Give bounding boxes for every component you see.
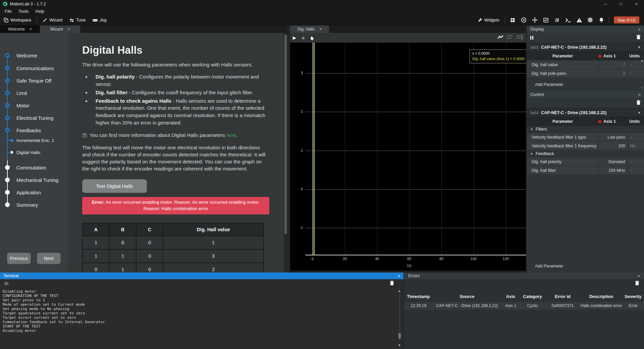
hall-col-header: A [83, 223, 109, 236]
sidebar-item-welcome[interactable]: Welcome [0, 52, 68, 59]
sidebar-item-safe-torque-off[interactable]: Safe Torque Off [0, 77, 68, 84]
control-param-row[interactable]: Dig. hall polarityStandard- [527, 157, 644, 166]
errors-cell: Cyclic [520, 303, 545, 308]
wizard-button[interactable]: Wizard [39, 15, 66, 25]
y-axis-line [313, 43, 313, 255]
param-value[interactable]: 100 [598, 142, 628, 150]
previous-button[interactable]: Previous [7, 253, 31, 264]
next-button[interactable]: Next [37, 253, 61, 264]
chart-plot[interactable]: x = 0.0000 Dig. hall value (Axis 1) = 0.… [290, 43, 526, 270]
sidebar-item-mechanical-tuning[interactable]: Mechanical Tuning [0, 177, 68, 183]
intro-paragraph: The drive will use the following paramet… [82, 61, 267, 68]
terminal-icon[interactable] [562, 15, 574, 25]
display-add-parameter[interactable]: Add Parameter [535, 82, 644, 87]
split-trace-icon[interactable] [516, 35, 523, 41]
bell-icon[interactable] [596, 15, 607, 25]
tab-welcome[interactable]: Welcome × [0, 26, 40, 33]
workspace-label: Workspace [10, 18, 31, 22]
terminal-scrollbar[interactable]: ▲ ▼ [397, 289, 401, 347]
control-param-row[interactable]: Velocity feedback filter 1 frequency100H… [527, 142, 644, 150]
param-group-feedback[interactable]: ▼Feedback [527, 150, 644, 157]
here-link[interactable]: here [226, 132, 236, 138]
control-device-selector[interactable]: 0x01 CAP-NET-C - Drive (192.168.2.22) ▼ [527, 108, 644, 117]
tab-close-icon[interactable]: × [319, 27, 322, 32]
single-trace-icon[interactable] [497, 35, 504, 41]
multi-trace-icon[interactable] [506, 35, 513, 41]
sidebar-item-application[interactable]: Application [0, 189, 68, 196]
close-icon[interactable]: × [637, 273, 640, 279]
tab-close-icon[interactable]: × [30, 27, 32, 32]
device-name: CAP-NET-C - Drive (192.168.2.22) [541, 45, 606, 50]
registers-table-icon[interactable] [507, 15, 518, 25]
gear-icon[interactable] [585, 15, 596, 25]
errors-cell: Axis 1 [501, 303, 520, 308]
sidebar-item-limit[interactable]: Limit [0, 90, 68, 96]
trash-icon[interactable] [390, 281, 394, 287]
x-gridline [409, 43, 410, 255]
close-icon[interactable]: × [397, 273, 400, 279]
param-group-filters[interactable]: ▼Filters [527, 126, 644, 133]
terminal-scrollbar-thumb[interactable] [398, 333, 401, 339]
param-name: Dig. hall polarity [527, 159, 598, 164]
pause-icon[interactable] [530, 36, 533, 40]
content-scrollbar-thumb[interactable] [284, 35, 287, 234]
sidebar-item-summary[interactable]: Summary [0, 201, 68, 208]
tab-welcome-label: Welcome [8, 27, 25, 32]
sidebar-item-communications[interactable]: Communications [0, 65, 68, 71]
workspace-button[interactable]: Workspace [0, 15, 35, 25]
tab-dig-halls[interactable]: Dig. Halls × [290, 26, 329, 33]
close-button[interactable]: × [629, 0, 644, 8]
chart-stop-button[interactable]: ■ [299, 35, 308, 41]
scope-chart-icon[interactable] [540, 15, 551, 25]
monitor-eye-icon[interactable] [518, 15, 529, 25]
display-device-selector[interactable]: 0x01 CAP-NET-C - Drive (192.168.2.22) ▼ [527, 43, 644, 52]
test-digital-halls-button[interactable]: Test Digital Halls [82, 179, 147, 193]
chart-play-button[interactable]: ▶ [290, 35, 299, 40]
param-value[interactable]: Low pass [598, 133, 628, 141]
param-value[interactable]: Standard [598, 157, 628, 166]
step-dot-icon [5, 202, 10, 207]
tab-wizard[interactable]: Wizard × [40, 26, 80, 33]
trash-icon[interactable] [635, 281, 639, 287]
close-icon[interactable]: × [638, 92, 641, 97]
menu-tools[interactable]: Tools [15, 8, 32, 14]
tab-close-icon[interactable]: × [67, 27, 70, 32]
page-title: Digital Halls [82, 44, 267, 56]
table-row[interactable]: 12:29:19CAP-NET-C - Drive (192.168.2.22)… [404, 301, 644, 310]
param-value[interactable]: 100 MHz [598, 166, 628, 174]
errors-title: Errors [408, 273, 420, 278]
terminal-line: Commutation feedback set to Internal Gen… [3, 320, 395, 324]
square-wave-icon[interactable] [551, 15, 562, 25]
control-param-row[interactable]: Velocity feedback filter 1 typeLow pass- [527, 133, 644, 142]
tune-button[interactable]: Tune [66, 15, 89, 25]
x-gridline [441, 43, 442, 255]
close-icon[interactable]: × [638, 27, 641, 32]
terminal-log[interactable]: Disabling motorCONFIGURATION OF THE TEST… [3, 289, 395, 348]
terminal-header[interactable]: Terminal × [0, 272, 404, 279]
control-param-row[interactable]: Dig. hall filter100 MHz- [527, 166, 644, 175]
control-add-parameter[interactable]: Add Parameter [535, 264, 644, 268]
chart-clear-button[interactable] [308, 36, 316, 40]
stop-button[interactable]: Stop (F12) [614, 16, 639, 23]
display-param-row[interactable]: Dig. hall value7- [527, 60, 644, 69]
menu-help[interactable]: Help [32, 8, 48, 14]
jog-button[interactable]: Jog [89, 15, 110, 25]
warning-icon[interactable] [574, 15, 585, 25]
content-scrollbar[interactable] [284, 33, 287, 272]
display-scrollbar[interactable]: ▲▼ [640, 59, 644, 90]
minimize-button[interactable]: ─ [598, 0, 613, 8]
maximize-button[interactable]: □ [613, 0, 629, 8]
trash-icon[interactable] [636, 35, 641, 41]
sidebar-item-motor[interactable]: Motor [0, 102, 68, 109]
widgets-button[interactable]: Widgets [474, 15, 503, 25]
move-axes-icon[interactable] [529, 15, 540, 25]
sidebar-item-label: Commutation [16, 165, 46, 170]
sidebar-item-commutation[interactable]: Commutation [0, 164, 68, 171]
sidebar-item-feedbacks[interactable]: Feedbacks [0, 127, 68, 134]
display-param-row[interactable]: Dig. hall pole pairs2- [527, 69, 644, 78]
table-row: 0102 [83, 263, 264, 272]
sidebar-item-electrical-tuning[interactable]: Electrical Tuning [0, 114, 68, 121]
menu-file[interactable]: File [1, 8, 15, 14]
trash-icon[interactable] [636, 100, 641, 106]
eye-icon[interactable] [4, 281, 9, 287]
